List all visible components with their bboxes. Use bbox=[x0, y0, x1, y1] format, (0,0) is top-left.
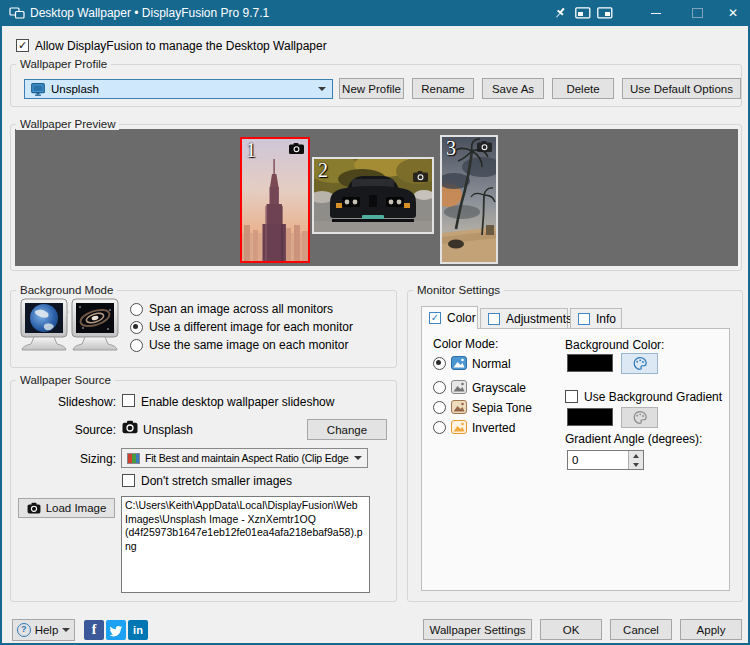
minimize-button[interactable] bbox=[645, 0, 667, 26]
gradient-angle-spinner[interactable] bbox=[567, 450, 644, 470]
delete-button[interactable]: Delete bbox=[552, 78, 614, 99]
manage-wallpaper-checkbox[interactable]: ✓ bbox=[16, 39, 29, 52]
source-value: Unsplash bbox=[143, 423, 193, 437]
dont-stretch-checkbox[interactable] bbox=[122, 474, 135, 487]
maximize-button bbox=[686, 0, 708, 26]
background-color-swatch[interactable] bbox=[567, 354, 613, 372]
help-icon: ? bbox=[17, 623, 31, 637]
slideshow-checkbox[interactable] bbox=[122, 394, 135, 407]
span-image-radio[interactable] bbox=[130, 303, 143, 316]
gradient-angle-input[interactable] bbox=[568, 451, 630, 469]
palette-icon bbox=[632, 410, 648, 425]
titlebar[interactable]: Desktop Wallpaper • DisplayFusion Pro 9.… bbox=[0, 0, 750, 26]
facebook-icon[interactable]: f bbox=[84, 620, 104, 640]
sizing-mode-icon bbox=[127, 453, 140, 464]
earth-galaxy-monitors-icon bbox=[20, 298, 120, 362]
monitor-preview-1[interactable]: 1 bbox=[240, 137, 310, 263]
span-image-label: Span an image across all monitors bbox=[149, 302, 333, 316]
sizing-select[interactable]: Fit Best and maintain Aspect Ratio (Clip… bbox=[121, 448, 368, 468]
background-color-label: Background Color: bbox=[565, 338, 664, 352]
load-image-button[interactable]: Load Image bbox=[18, 498, 115, 518]
manage-wallpaper-label: Allow DisplayFusion to manage the Deskto… bbox=[35, 39, 327, 53]
selected-profile: Unsplash bbox=[51, 83, 312, 95]
monitor-icon bbox=[31, 83, 45, 96]
color-mode-normal-radio[interactable] bbox=[433, 357, 446, 370]
different-image-radio[interactable] bbox=[130, 321, 143, 334]
use-gradient-checkbox[interactable] bbox=[565, 390, 578, 403]
background-mode-group-label: Background Mode bbox=[16, 284, 117, 296]
camera-icon[interactable] bbox=[413, 171, 428, 182]
image-path-field[interactable]: C:\Users\Keith\AppData\Local\DisplayFusi… bbox=[121, 496, 370, 593]
chevron-down-icon bbox=[62, 628, 70, 632]
color-tab-checkbox[interactable]: ✓ bbox=[429, 312, 441, 324]
color-mode-normal-label: Normal bbox=[472, 357, 511, 371]
source-label: Source: bbox=[22, 423, 116, 437]
normal-mode-icon bbox=[451, 356, 467, 370]
monitor-number: 1 bbox=[246, 139, 256, 162]
tab-color-label: Color bbox=[447, 311, 476, 325]
color-mode-grayscale-radio[interactable] bbox=[433, 381, 446, 394]
sizing-value: Fit Best and maintain Aspect Ratio (Clip… bbox=[145, 452, 349, 464]
tab-color[interactable]: ✓ Color bbox=[421, 306, 478, 329]
inverted-mode-icon bbox=[451, 420, 467, 434]
different-image-label: Use a different image for each monitor bbox=[149, 320, 353, 334]
monitor-number: 2 bbox=[318, 159, 328, 182]
save-as-button[interactable]: Save As bbox=[482, 78, 544, 99]
gradient-angle-label: Gradient Angle (degrees): bbox=[565, 432, 702, 446]
spin-up-button[interactable] bbox=[628, 451, 643, 460]
wallpaper-settings-button[interactable]: Wallpaper Settings bbox=[423, 619, 532, 640]
palette-icon bbox=[632, 356, 648, 371]
background-color-picker-button[interactable] bbox=[621, 353, 658, 374]
desktop-wallpaper-window: Desktop Wallpaper • DisplayFusion Pro 9.… bbox=[0, 0, 750, 645]
wallpaper-source-group-label: Wallpaper Source bbox=[16, 374, 115, 386]
tab-info[interactable]: Info bbox=[570, 308, 622, 329]
move-window-previous-monitor-icon[interactable] bbox=[575, 7, 591, 19]
monitor-number: 3 bbox=[446, 137, 456, 160]
sizing-label: Sizing: bbox=[22, 452, 116, 466]
wallpaper-preview-group-label: Wallpaper Preview bbox=[16, 118, 119, 130]
wallpaper-preview-area: 1 bbox=[15, 129, 738, 266]
color-mode-sepia-label: Sepia Tone bbox=[472, 401, 532, 415]
move-window-next-monitor-icon[interactable] bbox=[597, 7, 613, 19]
same-image-radio[interactable] bbox=[130, 339, 143, 352]
color-mode-inverted-radio[interactable] bbox=[433, 421, 446, 434]
color-mode-sepia-radio[interactable] bbox=[433, 401, 446, 414]
close-button[interactable]: ✕ bbox=[721, 0, 745, 26]
tab-info-label: Info bbox=[596, 312, 616, 326]
slideshow-checkbox-label: Enable desktop wallpaper slideshow bbox=[141, 395, 334, 409]
monitor-settings-group-label: Monitor Settings bbox=[413, 284, 504, 296]
camera-icon bbox=[27, 502, 41, 514]
cancel-button[interactable]: Cancel bbox=[610, 619, 672, 640]
sepia-mode-icon bbox=[451, 400, 467, 414]
pin-window-icon[interactable] bbox=[553, 6, 567, 20]
gradient-color-swatch[interactable] bbox=[567, 408, 613, 426]
slideshow-label: Slideshow: bbox=[22, 395, 116, 409]
monitor-preview-2[interactable]: 2 bbox=[312, 157, 434, 234]
help-button[interactable]: ? Help bbox=[12, 619, 75, 641]
use-default-options-button[interactable]: Use Default Options bbox=[622, 78, 741, 99]
info-tab-checkbox[interactable] bbox=[578, 313, 590, 325]
tab-adjustments-label: Adjustments bbox=[506, 312, 572, 326]
displayfusion-logo-icon bbox=[9, 5, 25, 21]
help-label: Help bbox=[35, 624, 59, 636]
camera-icon[interactable] bbox=[289, 143, 304, 154]
window-title: Desktop Wallpaper • DisplayFusion Pro 9.… bbox=[30, 6, 269, 20]
new-profile-button[interactable]: New Profile bbox=[339, 78, 404, 99]
adjustments-tab-checkbox[interactable] bbox=[488, 313, 500, 325]
camera-icon[interactable] bbox=[477, 141, 492, 152]
rename-button[interactable]: Rename bbox=[412, 78, 474, 99]
wallpaper-profile-select[interactable]: Unsplash bbox=[24, 79, 333, 99]
gradient-color-picker-button bbox=[621, 407, 658, 428]
apply-button[interactable]: Apply bbox=[680, 619, 742, 640]
spin-down-button[interactable] bbox=[628, 460, 643, 469]
load-image-label: Load Image bbox=[46, 502, 107, 514]
change-source-button[interactable]: Change bbox=[307, 419, 387, 440]
linkedin-icon[interactable]: in bbox=[128, 620, 148, 640]
tab-adjustments[interactable]: Adjustments bbox=[480, 308, 568, 329]
monitor-preview-3[interactable]: 3 bbox=[440, 135, 498, 264]
color-mode-inverted-label: Inverted bbox=[472, 421, 515, 435]
ok-button[interactable]: OK bbox=[540, 619, 602, 640]
color-mode-grayscale-label: Grayscale bbox=[472, 381, 526, 395]
color-mode-label: Color Mode: bbox=[433, 337, 498, 351]
twitter-icon[interactable] bbox=[106, 620, 126, 640]
